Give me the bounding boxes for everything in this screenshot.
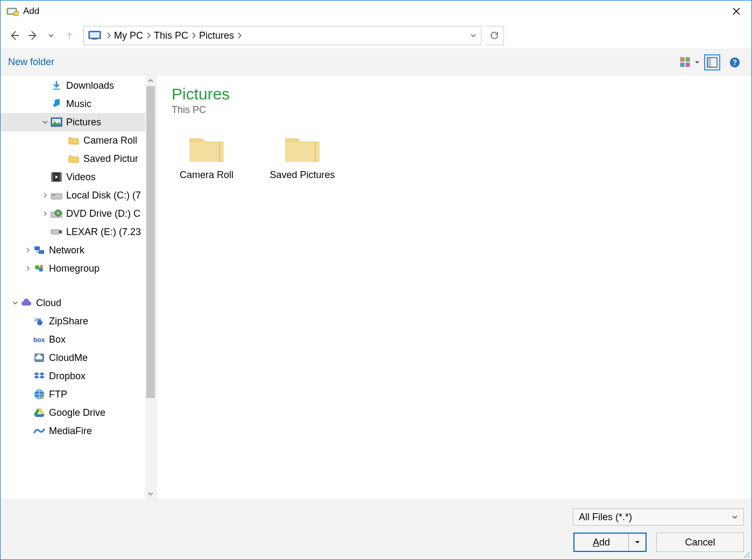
tree-item-label: Pictures	[66, 117, 101, 128]
svg-text:?: ?	[733, 58, 737, 66]
tree-item-videos[interactable]: Videos	[1, 168, 145, 186]
dialog-footer: All Files (*.*) Add Cancel	[1, 499, 751, 559]
svg-rect-2	[14, 12, 19, 16]
svg-rect-4	[90, 32, 100, 38]
tree-item-label: FTP	[49, 389, 67, 400]
scroll-up-icon[interactable]	[145, 75, 156, 86]
svg-point-16	[53, 120, 55, 122]
svg-rect-26	[59, 230, 62, 233]
tree-item-label: Dropbox	[49, 371, 86, 382]
network-icon	[33, 244, 46, 257]
chevron-right-icon	[23, 266, 33, 271]
disk-icon	[50, 189, 63, 202]
folder-item[interactable]: Saved Pictures	[267, 132, 337, 181]
scroll-down-icon[interactable]	[145, 488, 156, 499]
change-view-button[interactable]	[677, 54, 693, 70]
tree-item-label: Local Disk (C:) (7	[66, 190, 141, 201]
download-icon	[50, 79, 63, 92]
close-button[interactable]	[723, 2, 749, 20]
chevron-down-icon	[40, 119, 50, 125]
tree-item-camera-roll[interactable]: Camera Roll	[1, 131, 145, 150]
tree-item-local-disk[interactable]: Local Disk (C:) (7	[1, 186, 145, 204]
scroll-track[interactable]	[145, 86, 156, 488]
tree-item-lexar[interactable]: LEXAR (E:) (7.23	[1, 223, 145, 241]
svg-rect-7	[686, 58, 690, 61]
svg-rect-11	[707, 58, 711, 67]
tree-item-downloads[interactable]: Downloads	[1, 76, 145, 95]
chevron-right-icon	[191, 32, 196, 39]
preview-pane-button[interactable]	[704, 54, 720, 70]
tree-item-label: Saved Pictur	[83, 153, 138, 165]
address-dropdown-icon[interactable]	[470, 32, 477, 39]
add-button[interactable]: Add	[573, 533, 647, 552]
tree-item-box[interactable]: box Box	[1, 330, 145, 349]
svg-rect-5	[93, 39, 97, 40]
resize-grip[interactable]	[743, 551, 750, 558]
cancel-button[interactable]: Cancel	[656, 533, 744, 552]
tree-item-label: CloudMe	[49, 352, 88, 364]
filter-selected: All Files (*.*)	[579, 512, 632, 523]
tree-item-dvd-drive[interactable]: DVD Drive (D:) C	[1, 204, 145, 223]
svg-rect-21	[52, 195, 55, 196]
box-icon: box	[33, 333, 46, 346]
tree-item-saved-pictures[interactable]: Saved Pictur	[1, 150, 145, 168]
breadcrumb-thispc[interactable]: This PC	[154, 30, 188, 41]
tree-item-pictures[interactable]: Pictures	[1, 113, 145, 131]
chevron-right-icon	[146, 32, 151, 39]
folder-icon	[187, 132, 226, 164]
tree-item-network[interactable]: Network	[1, 241, 145, 259]
toolbar: New folder ?	[1, 49, 751, 75]
tree-scrollbar[interactable]	[145, 75, 156, 499]
location-title: Pictures	[172, 85, 736, 103]
tree-item-label: Camera Roll	[83, 135, 137, 146]
chevron-down-icon	[732, 514, 738, 520]
chevron-right-icon	[107, 32, 111, 39]
tree-item-label: Music	[66, 98, 91, 110]
new-folder-button[interactable]: New folder	[8, 56, 54, 68]
tree-item-label: Google Drive	[49, 407, 105, 419]
chevron-right-icon	[40, 211, 50, 216]
music-icon	[50, 97, 63, 110]
file-type-filter[interactable]: All Files (*.*)	[573, 508, 744, 526]
folder-item[interactable]: Camera Roll	[172, 132, 242, 181]
tree-item-ftp[interactable]: FTP	[1, 385, 145, 403]
app-icon	[6, 5, 19, 18]
scroll-thumb[interactable]	[146, 86, 155, 398]
dialog-body: Downloads Music Pictures Camera Roll	[1, 75, 751, 499]
tree-item-music[interactable]: Music	[1, 95, 145, 113]
tree-item-cloud[interactable]: Cloud	[1, 294, 145, 312]
tree-item-label: LEXAR (E:) (7.23	[66, 226, 141, 238]
tree-item-zipshare[interactable]: ZIP ZipShare	[1, 312, 145, 330]
navigation-tree: Downloads Music Pictures Camera Roll	[1, 75, 157, 499]
tree-item-mediafire[interactable]: MediaFire	[1, 422, 145, 440]
breadcrumb-pictures[interactable]: Pictures	[199, 30, 234, 41]
add-button-label: Add	[574, 537, 628, 548]
help-button[interactable]: ?	[727, 54, 743, 70]
tree-item-label: Cloud	[36, 297, 61, 309]
chevron-right-icon	[237, 32, 242, 39]
folder-icon	[283, 132, 322, 164]
up-button[interactable]	[62, 28, 77, 43]
breadcrumb-mypc[interactable]: My PC	[114, 30, 143, 41]
svg-point-33	[37, 320, 42, 325]
tree-item-google-drive[interactable]: Google Drive	[1, 403, 145, 422]
tree-item-dropbox[interactable]: Dropbox	[1, 367, 145, 385]
address-bar[interactable]: My PC This PC Pictures	[83, 26, 481, 45]
back-button[interactable]	[7, 28, 22, 43]
dropbox-icon	[33, 370, 46, 382]
forward-button[interactable]	[25, 28, 40, 43]
refresh-button[interactable]	[485, 26, 504, 45]
add-button-dropdown[interactable]	[628, 534, 645, 551]
view-dropdown-icon[interactable]	[694, 60, 703, 65]
tree-item-cloudme[interactable]: CloudMe	[1, 349, 145, 367]
google-drive-icon	[33, 406, 46, 419]
videos-icon	[50, 171, 63, 183]
cloudme-icon	[33, 351, 46, 364]
zipshare-icon: ZIP	[33, 315, 46, 328]
tree-item-label: ZipShare	[49, 316, 88, 327]
chevron-down-icon	[10, 300, 20, 306]
folder-icon	[67, 134, 80, 147]
svg-rect-28	[39, 250, 44, 254]
tree-item-homegroup[interactable]: Homegroup	[1, 259, 145, 278]
recent-locations-button[interactable]	[44, 28, 59, 43]
